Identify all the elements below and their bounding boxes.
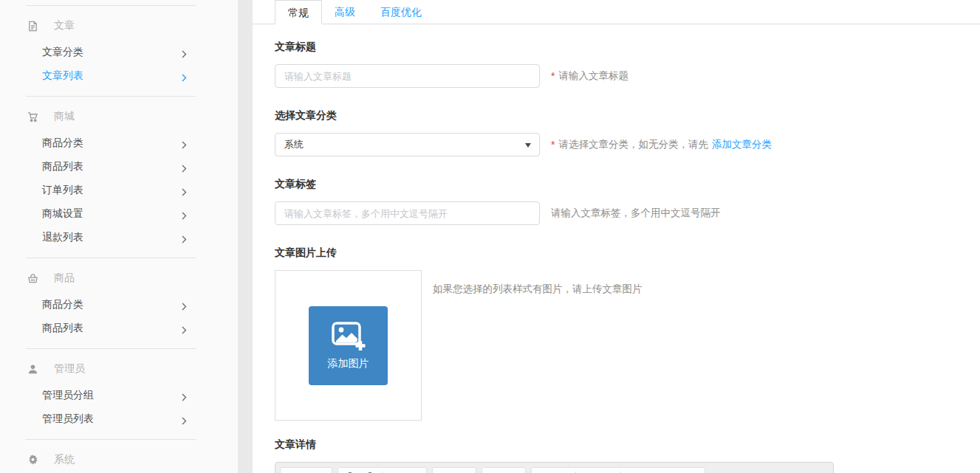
main-content: 常规 高级 百度优化 文章标题 * 请输入文章标题 选择文章分类 系统 bbox=[253, 0, 980, 473]
paste-text-button[interactable] bbox=[340, 469, 360, 473]
chevron-right-icon bbox=[182, 210, 187, 218]
sidebar-item-label: 商城设置 bbox=[42, 207, 83, 221]
sidebar-group-system: 系统 基本信息 bbox=[26, 439, 196, 473]
paste-word-button[interactable] bbox=[360, 469, 380, 473]
required-marker: * bbox=[551, 70, 555, 82]
blockquote-button[interactable]: ” bbox=[683, 469, 703, 473]
article-detail-hint: * 请输入文章详情 bbox=[845, 462, 922, 473]
cart-icon bbox=[27, 111, 38, 122]
sidebar: 文章 文章分类 文章列表 bbox=[0, 0, 238, 473]
ordered-list-button[interactable]: 1 2 bbox=[533, 469, 553, 473]
sidebar-item-label: 订单列表 bbox=[42, 184, 83, 197]
sidebar-item-article-list[interactable]: 文章列表 bbox=[26, 64, 196, 88]
sidebar-item-label: 退款列表 bbox=[42, 231, 83, 244]
sidebar-group-article: 文章 文章分类 文章列表 bbox=[26, 5, 196, 96]
sidebar-item-label: 文章列表 bbox=[42, 69, 83, 83]
tab-general[interactable]: 常规 bbox=[275, 0, 322, 24]
redo-button[interactable] bbox=[405, 469, 425, 473]
article-image-label: 文章图片上传 bbox=[275, 246, 980, 260]
undo-button[interactable] bbox=[385, 469, 405, 473]
tab-bar: 常规 高级 百度优化 bbox=[253, 0, 980, 24]
chevron-right-icon bbox=[182, 163, 187, 171]
article-category-field: 选择文章分类 系统 * 请选择文章分类，如无分类，请先 添加文章分类 bbox=[275, 109, 980, 156]
article-detail-field: 文章详情 源码 bbox=[275, 438, 980, 473]
article-category-select[interactable]: 系统 bbox=[275, 133, 540, 156]
sidebar-item-label: 文章分类 bbox=[42, 46, 83, 59]
chevron-right-icon bbox=[182, 187, 187, 195]
chevron-right-icon bbox=[182, 415, 187, 424]
sidebar-item-product-category[interactable]: 商品分类 bbox=[26, 131, 196, 155]
sidebar-item-label: 商品分类 bbox=[42, 137, 83, 150]
chevron-right-icon bbox=[182, 234, 187, 242]
user-icon bbox=[27, 364, 38, 375]
article-tags-hint: 请输入文章标签，多个用中文逗号隔开 bbox=[551, 207, 721, 220]
sidebar-item-goods-list[interactable]: 商品列表 bbox=[26, 317, 196, 340]
add-image-button[interactable]: 添加图片 bbox=[309, 306, 388, 385]
article-tags-label: 文章标签 bbox=[275, 178, 980, 191]
sidebar-group-admin-title: 管理员 bbox=[26, 360, 196, 378]
sidebar-group-mall: 商城 商品分类 商品列表 订单列表 bbox=[26, 96, 196, 258]
sidebar-item-product-list[interactable]: 商品列表 bbox=[26, 155, 196, 179]
article-title-input[interactable] bbox=[275, 64, 540, 88]
sidebar-divider-gutter bbox=[238, 0, 253, 473]
article-form: 文章标题 * 请输入文章标题 选择文章分类 系统 * 请选择文章分类，如无分类，… bbox=[253, 24, 980, 473]
article-category-selected-value: 系统 bbox=[284, 138, 304, 151]
image-add-icon bbox=[331, 320, 366, 353]
insert-table-button[interactable] bbox=[504, 469, 524, 473]
chevron-right-icon bbox=[182, 301, 187, 309]
sidebar-item-label: 商品列表 bbox=[42, 322, 83, 335]
chevron-right-icon bbox=[182, 325, 187, 333]
article-detail-label: 文章详情 bbox=[275, 438, 980, 452]
article-image-upload-box: 添加图片 bbox=[275, 270, 422, 421]
required-marker: * bbox=[551, 139, 555, 151]
sidebar-item-label: 商品分类 bbox=[42, 298, 83, 311]
align-right-button[interactable] bbox=[663, 469, 683, 473]
article-category-hint: * 请选择文章分类，如无分类，请先 添加文章分类 bbox=[551, 138, 772, 151]
sidebar-group-goods-title: 商品 bbox=[26, 269, 196, 287]
sidebar-item-article-category[interactable]: 文章分类 bbox=[26, 41, 196, 64]
file-text-icon bbox=[27, 21, 38, 32]
sidebar-item-admin-list[interactable]: 管理员列表 bbox=[26, 407, 196, 431]
sidebar-group-admin: 管理员 管理员分组 管理员列表 bbox=[26, 348, 196, 439]
editor-toolbar-row-1: 源码 bbox=[280, 467, 829, 473]
chevron-right-icon bbox=[182, 392, 187, 400]
add-article-category-link[interactable]: 添加文章分类 bbox=[712, 138, 772, 151]
sidebar-group-label: 管理员 bbox=[54, 362, 85, 376]
insert-image-button[interactable] bbox=[484, 469, 504, 473]
rich-text-editor: 源码 bbox=[275, 462, 834, 473]
sidebar-item-goods-category[interactable]: 商品分类 bbox=[26, 293, 196, 317]
align-left-button[interactable] bbox=[623, 469, 643, 473]
sidebar-group-mall-title: 商城 bbox=[26, 108, 196, 125]
article-tags-input[interactable] bbox=[275, 201, 540, 225]
unlink-button[interactable] bbox=[454, 469, 474, 473]
sidebar-group-label: 商品 bbox=[54, 272, 75, 285]
article-image-field: 文章图片上传 添加图片 如果您选择的列表样式有图片，请上传文章图片 bbox=[275, 246, 980, 421]
sidebar-item-mall-settings[interactable]: 商城设置 bbox=[26, 202, 196, 226]
source-button[interactable]: 源码 bbox=[282, 469, 330, 473]
basket-icon bbox=[27, 273, 38, 284]
link-button[interactable] bbox=[434, 469, 454, 473]
sidebar-item-label: 管理员列表 bbox=[42, 412, 94, 426]
sidebar-group-article-title: 文章 bbox=[26, 17, 196, 35]
article-tags-field: 文章标签 请输入文章标签，多个用中文逗号隔开 bbox=[275, 178, 980, 225]
outdent-button[interactable] bbox=[578, 469, 598, 473]
bullet-list-button[interactable] bbox=[553, 469, 573, 473]
add-image-button-label: 添加图片 bbox=[328, 357, 369, 370]
tab-advanced[interactable]: 高级 bbox=[322, 0, 368, 24]
indent-button[interactable] bbox=[598, 469, 618, 473]
tab-baidu-seo[interactable]: 百度优化 bbox=[368, 0, 434, 24]
chevron-right-icon bbox=[182, 72, 187, 80]
sidebar-group-label: 系统 bbox=[54, 453, 75, 466]
article-image-hint: 如果您选择的列表样式有图片，请上传文章图片 bbox=[433, 270, 643, 296]
chevron-right-icon bbox=[182, 49, 187, 57]
sidebar-item-refund-list[interactable]: 退款列表 bbox=[26, 226, 196, 249]
chevron-right-icon bbox=[182, 139, 187, 148]
article-category-label: 选择文章分类 bbox=[275, 109, 980, 122]
sidebar-item-label: 商品列表 bbox=[42, 160, 83, 173]
article-title-hint: * 请输入文章标题 bbox=[551, 69, 628, 83]
sidebar-group-label: 文章 bbox=[54, 19, 75, 32]
sidebar-item-admin-group[interactable]: 管理员分组 bbox=[26, 384, 196, 407]
sidebar-item-order-list[interactable]: 订单列表 bbox=[26, 179, 196, 202]
align-center-button[interactable] bbox=[643, 469, 663, 473]
article-title-field: 文章标题 * 请输入文章标题 bbox=[275, 41, 980, 88]
